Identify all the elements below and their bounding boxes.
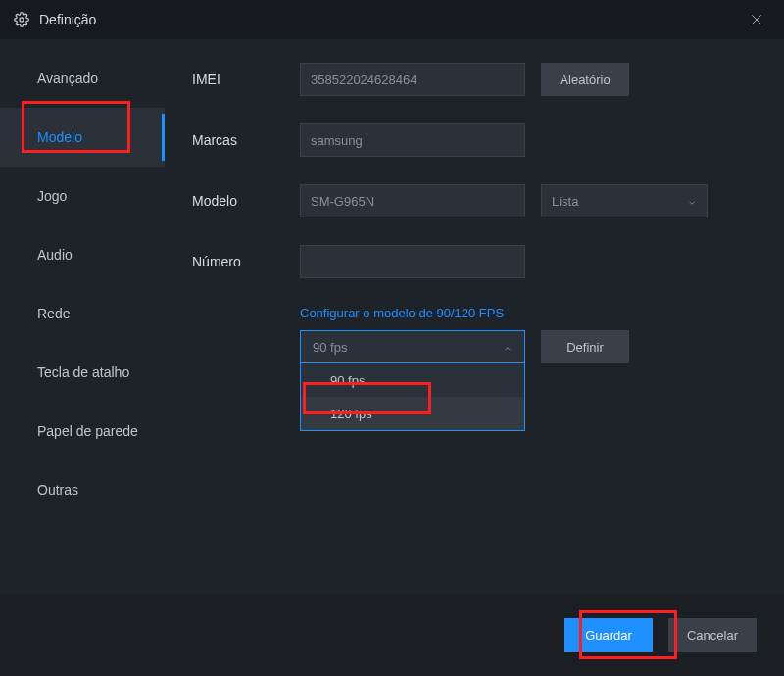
sidebar-item-label: Outras — [37, 482, 78, 498]
fps-option-90[interactable]: 90 fps — [301, 363, 524, 397]
imei-input[interactable]: 358522024628464 — [300, 63, 525, 96]
fps-option-label: 90 fps — [330, 373, 365, 388]
brand-input[interactable]: samsung — [300, 123, 525, 157]
sidebar-item-audio[interactable]: Audio — [0, 225, 165, 284]
model-list-label: Lista — [552, 194, 578, 209]
sidebar-item-label: Jogo — [37, 188, 67, 204]
imei-value: 358522024628464 — [311, 72, 416, 87]
fps-section-title: Configurar o modelo de 90/120 FPS — [300, 306, 757, 320]
brand-value: samsung — [311, 133, 363, 148]
main-panel: IMEI 358522024628464 Aleatório Marcas sa… — [165, 39, 784, 594]
model-input[interactable]: SM-G965N — [300, 184, 525, 217]
sidebar-item-label: Modelo — [37, 129, 82, 145]
model-value: SM-G965N — [311, 194, 374, 209]
fps-option-label: 120 fps — [330, 407, 372, 421]
chevron-up-icon — [503, 342, 513, 352]
footer: Guardar Cancelar — [0, 594, 784, 676]
chevron-down-icon — [687, 196, 697, 206]
sidebar-item-wallpaper[interactable]: Papel de parede — [0, 402, 165, 460]
sidebar-item-game[interactable]: Jogo — [0, 167, 165, 225]
fps-option-120[interactable]: 120 fps — [301, 397, 524, 430]
sidebar-item-model[interactable]: Modelo — [0, 108, 165, 167]
number-input[interactable] — [300, 245, 525, 278]
sidebar-item-other[interactable]: Outras — [0, 460, 165, 519]
settings-window: Definição Avançado Modelo Jogo Audio Red… — [0, 0, 784, 676]
titlebar: Definição — [0, 0, 784, 39]
sidebar-item-hotkey[interactable]: Tecla de atalho — [0, 343, 165, 402]
sidebar-item-advanced[interactable]: Avançado — [0, 49, 165, 108]
sidebar-item-label: Rede — [37, 306, 70, 321]
svg-point-0 — [20, 18, 24, 22]
fps-dropdown-list: 90 fps 120 fps — [300, 363, 525, 431]
number-label: Número — [192, 254, 300, 269]
sidebar-item-label: Avançado — [37, 71, 98, 86]
window-title: Definição — [39, 12, 96, 27]
cancel-button[interactable]: Cancelar — [668, 618, 757, 652]
fps-dropdown-head[interactable]: 90 fps — [300, 330, 525, 363]
random-imei-button[interactable]: Aleatório — [541, 63, 629, 96]
brand-label: Marcas — [192, 132, 300, 148]
sidebar-item-network[interactable]: Rede — [0, 284, 165, 343]
model-label: Modelo — [192, 193, 300, 209]
define-fps-button[interactable]: Definir — [541, 330, 629, 363]
close-button[interactable] — [743, 6, 770, 33]
sidebar-item-label: Audio — [37, 247, 73, 263]
sidebar: Avançado Modelo Jogo Audio Rede Tecla de… — [0, 39, 165, 594]
gear-icon — [14, 12, 29, 27]
model-list-select[interactable]: Lista — [541, 184, 708, 217]
sidebar-item-label: Papel de parede — [37, 423, 138, 439]
fps-selected: 90 fps — [313, 340, 347, 355]
sidebar-item-label: Tecla de atalho — [37, 364, 129, 380]
imei-label: IMEI — [192, 72, 300, 87]
fps-dropdown: 90 fps 90 fps 120 fps — [300, 330, 525, 431]
save-button[interactable]: Guardar — [564, 618, 653, 652]
